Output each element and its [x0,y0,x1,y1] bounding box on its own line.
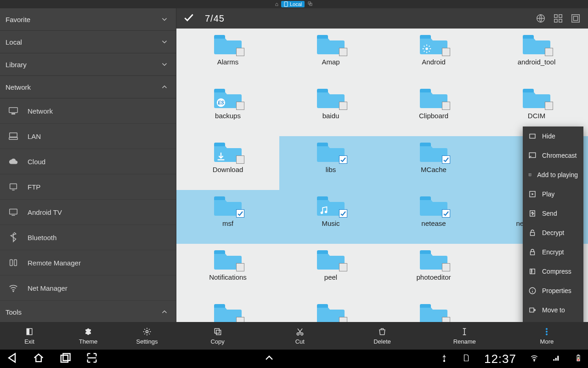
sidebar-item-network[interactable]: Network [0,98,176,124]
sidebar-item-android-tv[interactable]: Android TV [0,200,176,225]
menu-item-decrypt[interactable]: Decrypt [523,223,583,242]
sidebar-item-net-manager[interactable]: Net Manager [0,276,176,301]
folder-item[interactable]: android_tool [485,29,588,82]
checkbox-icon[interactable] [442,102,450,110]
search-icon[interactable] [532,13,549,23]
copy-button[interactable]: Copy [176,322,259,350]
sidebar-item-bluetooth[interactable]: Bluetooth [0,225,176,250]
download-icon [216,151,226,163]
checkbox-icon[interactable] [236,155,244,164]
folder-item[interactable]: photoeditor [382,244,485,298]
network-icon [8,106,18,116]
folder-item[interactable]: Android [382,29,485,82]
checkbox-icon[interactable] [339,48,347,56]
checkbox-icon[interactable] [236,102,244,110]
checkbox-icon[interactable] [236,317,244,322]
folder-icon [523,33,550,55]
nav-expand-icon[interactable] [263,351,276,366]
menu-item-move-to[interactable]: Move to [523,300,583,320]
folder-label: MCache [421,166,447,173]
cut-button[interactable]: Cut [259,322,341,350]
rename-button[interactable]: Rename [424,322,506,350]
exit-icon [25,327,34,336]
more-button[interactable]: More [506,322,588,350]
folder-item[interactable]: Music [279,190,382,244]
checkbox-checked-icon[interactable] [339,209,347,218]
folder-item[interactable]: Amap [279,29,382,82]
folder-item[interactable]: Alarms [176,29,279,82]
checkbox-icon[interactable] [339,317,347,322]
checkbox-checked-icon[interactable] [236,209,244,218]
folder-label: peel [324,273,337,281]
menu-item-compress[interactable]: Compress [523,262,583,281]
sidebar-item-ftp[interactable]: FTP [0,174,176,200]
menu-item-chromecast[interactable]: Chromecast [523,146,583,165]
sidebar-section-library[interactable]: Library [0,53,176,76]
menu-item-copy-to[interactable]: Copy to [523,320,583,322]
settings-button[interactable]: Settings [118,322,176,350]
folder-item[interactable]: msf [176,190,279,244]
view-mode-icon[interactable] [549,13,567,23]
checkbox-icon[interactable] [545,48,553,56]
checkbox-checked-icon[interactable] [339,155,347,164]
sidebar-item-lan[interactable]: LAN [0,124,176,149]
checkbox-icon[interactable] [236,48,244,56]
folder-item[interactable]: Notifications [176,244,279,298]
folder-item[interactable]: libs [279,136,382,190]
location-strip: Local [0,0,588,8]
sidebar-section-local[interactable]: Local [0,31,176,53]
nav-back-icon[interactable] [6,351,18,366]
checkbox-icon[interactable] [339,263,347,271]
location-pill[interactable]: Local [281,1,305,7]
menu-item-add-to-playing[interactable]: Add to playing [523,165,583,184]
checkbox-icon[interactable] [545,102,553,110]
folder-item[interactable]: backups [176,82,279,136]
sidebar-item-label: Net Manager [28,284,68,292]
menu-item-hide[interactable]: Hide [523,126,583,146]
button-label: Rename [453,338,476,345]
nav-recent-icon[interactable] [59,351,72,366]
sidebar-item-cloud[interactable]: Cloud [0,149,176,174]
menu-item-icon [528,132,537,140]
folder-icon [420,33,447,55]
folder-label: photoeditor [416,273,451,281]
menu-item-icon [528,306,537,314]
folder-item[interactable]: Download [176,136,279,190]
menu-item-send[interactable]: Send [523,204,583,223]
sidebar-item-remote-manager[interactable]: Remote Manager [0,250,176,276]
checkbox-icon[interactable] [442,317,450,322]
folder-item[interactable]: qqmusic [279,298,382,322]
sidebar-section-tools[interactable]: Tools [0,301,176,323]
menu-item-play[interactable]: Play [523,184,583,204]
checkbox-checked-icon[interactable] [442,155,450,164]
button-label: Delete [373,338,391,345]
checkbox-icon[interactable] [442,263,450,271]
folder-label: Android [422,58,446,66]
folder-item[interactable]: Podcasts [176,298,279,322]
check-icon[interactable] [183,12,195,26]
folder-item[interactable]: baidu [279,82,382,136]
bluetooth-icon [8,232,18,242]
folder-item[interactable]: peel [279,244,382,298]
delete-button[interactable]: Delete [341,322,423,350]
sidebar-section-network[interactable]: Network [0,76,176,98]
menu-item-properties[interactable]: Properties [523,281,583,300]
folder-icon [420,87,447,109]
checkbox-icon[interactable] [339,102,347,110]
theme-button[interactable]: Theme [59,322,118,350]
checkbox-checked-icon[interactable] [442,209,450,218]
folder-item[interactable]: MCache [382,136,485,190]
selection-header: 7/45 [176,8,588,29]
sidebar-section-favorite[interactable]: Favorite [0,8,176,31]
folder-item[interactable]: Ringtones [382,298,485,322]
exit-button[interactable]: Exit [0,322,59,350]
folder-label: Clipboard [419,112,448,120]
checkbox-icon[interactable] [236,263,244,271]
checkbox-icon[interactable] [442,48,450,56]
nav-scan-icon[interactable] [85,351,98,366]
folder-item[interactable]: Clipboard [382,82,485,136]
menu-item-encrypt[interactable]: Encrypt [523,242,583,262]
folder-item[interactable]: netease [382,190,485,244]
nav-home-icon[interactable] [32,351,45,366]
select-all-icon[interactable] [567,13,584,23]
